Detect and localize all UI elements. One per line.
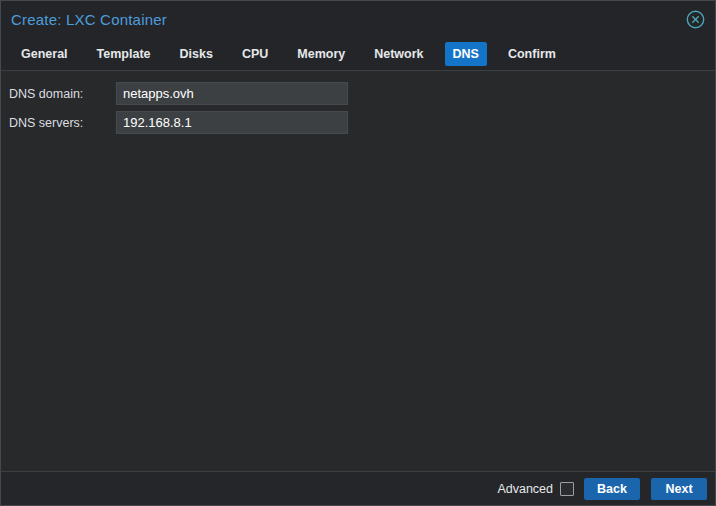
dns-servers-input[interactable]: [116, 111, 348, 134]
tab-memory[interactable]: Memory: [289, 42, 353, 66]
tab-disks[interactable]: Disks: [172, 42, 221, 66]
tab-dns[interactable]: DNS: [445, 42, 487, 66]
close-button[interactable]: [684, 8, 706, 30]
form-row-dns-servers: DNS servers:: [9, 111, 715, 134]
dialog-footer: Advanced Back Next: [1, 471, 715, 505]
dialog-title: Create: LXC Container: [11, 11, 167, 28]
tab-bar: General Template Disks CPU Memory Networ…: [1, 37, 715, 71]
tab-confirm[interactable]: Confirm: [500, 42, 564, 66]
tab-cpu[interactable]: CPU: [234, 42, 276, 66]
form-row-dns-domain: DNS domain:: [9, 82, 715, 105]
tab-general[interactable]: General: [13, 42, 76, 66]
tab-network[interactable]: Network: [366, 42, 431, 66]
dns-domain-label: DNS domain:: [9, 87, 116, 101]
circle-x-icon: [686, 10, 705, 29]
back-button[interactable]: Back: [584, 478, 640, 500]
create-lxc-container-dialog: Create: LXC Container General Template D…: [0, 0, 716, 506]
dialog-header: Create: LXC Container: [1, 1, 715, 37]
dns-form: DNS domain: DNS servers:: [1, 71, 715, 471]
dns-servers-label: DNS servers:: [9, 116, 116, 130]
dns-domain-input[interactable]: [116, 82, 348, 105]
advanced-label: Advanced: [497, 482, 553, 496]
next-button[interactable]: Next: [651, 478, 707, 500]
advanced-toggle-group: Advanced: [497, 482, 574, 496]
advanced-checkbox[interactable]: [560, 482, 574, 496]
tab-template[interactable]: Template: [89, 42, 159, 66]
